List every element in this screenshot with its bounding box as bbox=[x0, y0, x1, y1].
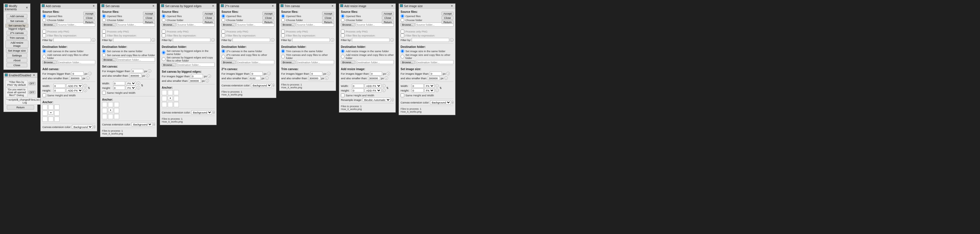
dest-folder-input[interactable] bbox=[356, 60, 394, 64]
dest-folder-input[interactable] bbox=[237, 60, 274, 64]
close-icon[interactable]: × bbox=[92, 4, 96, 8]
width-unit-select[interactable]: PX bbox=[425, 84, 434, 88]
browse-button[interactable]: Browse... bbox=[401, 23, 415, 27]
info-icon[interactable]: i bbox=[446, 72, 450, 75]
info-icon[interactable]: i bbox=[137, 86, 140, 90]
anchor-cell-0[interactable] bbox=[162, 90, 167, 95]
dest-copy-radio[interactable]: 2^n canvas and copy files to other folde… bbox=[221, 53, 274, 59]
dest-folder-input[interactable] bbox=[177, 63, 215, 67]
dest-folder-input[interactable] bbox=[296, 60, 334, 64]
filter-input[interactable] bbox=[53, 38, 91, 42]
anchor-cell-5[interactable] bbox=[114, 108, 119, 113]
info-icon[interactable]: i bbox=[94, 125, 95, 128]
anchor-cell-6[interactable] bbox=[102, 114, 107, 119]
close-button[interactable]: Close bbox=[442, 16, 453, 20]
height-unit-select[interactable]: PX bbox=[126, 86, 136, 90]
dest-browse-button[interactable]: Browse... bbox=[42, 61, 57, 64]
dest-copy-radio[interactable]: Set canvas by biggest edges and copy fil… bbox=[162, 56, 215, 62]
anchor-cell-1[interactable] bbox=[48, 104, 53, 110]
filter-expr-check[interactable]: Filter files by expression: bbox=[341, 34, 394, 37]
anchor-cell-1[interactable] bbox=[168, 90, 173, 95]
dest-same-radio[interactable]: 2^n canvas in the same folder bbox=[221, 49, 274, 53]
smaller-input[interactable] bbox=[428, 76, 440, 80]
close-icon[interactable]: × bbox=[32, 74, 36, 77]
ext-color-select[interactable]: Background bbox=[251, 83, 272, 87]
width-input[interactable] bbox=[412, 84, 424, 88]
bigger-input[interactable] bbox=[370, 72, 382, 75]
dest-same-radio[interactable]: Set image size in the same folder bbox=[401, 49, 453, 53]
filter-expr-check[interactable]: Filter files by expression: bbox=[221, 34, 274, 37]
anchor-cell-3[interactable] bbox=[42, 111, 48, 116]
swap-icon[interactable]: ⇅ bbox=[88, 87, 90, 90]
process-png-check[interactable]: Process only PNG bbox=[281, 30, 334, 34]
bigger-input[interactable] bbox=[72, 72, 84, 75]
dest-folder-input[interactable] bbox=[57, 60, 95, 64]
info-icon[interactable]: i bbox=[137, 82, 140, 85]
anchor-cell-5[interactable] bbox=[54, 111, 59, 116]
dest-copy-radio[interactable]: Set canvas and copy files to other folde… bbox=[102, 53, 155, 57]
dest-same-radio[interactable]: Add resize image in the same folder bbox=[341, 49, 394, 53]
info-icon[interactable]: i bbox=[382, 84, 385, 88]
return-button[interactable]: Return bbox=[442, 20, 453, 24]
filter-input[interactable] bbox=[232, 38, 270, 42]
bigger-input[interactable] bbox=[430, 72, 442, 75]
info-icon[interactable]: i bbox=[84, 89, 87, 92]
same-wh-check[interactable]: Same Height and Width bbox=[42, 93, 95, 97]
process-png-check[interactable]: Process only PNG bbox=[341, 30, 394, 34]
info-icon[interactable]: i bbox=[452, 101, 453, 104]
browse-button[interactable]: Browse... bbox=[221, 23, 236, 27]
dest-copy-radio[interactable]: Add canvas and copy files to other folde… bbox=[42, 53, 95, 59]
dest-copy-radio[interactable]: Add resize image and copy files to other… bbox=[341, 53, 394, 59]
width-unit-select[interactable]: ADD PX bbox=[66, 84, 83, 88]
close-icon[interactable]: × bbox=[25, 6, 29, 10]
filter-expr-check[interactable]: Filter files by expression: bbox=[162, 34, 215, 37]
browse-button[interactable]: Browse... bbox=[162, 23, 176, 27]
info-icon[interactable]: i bbox=[208, 74, 211, 78]
accept-button[interactable]: Accept bbox=[262, 12, 274, 15]
info-icon[interactable]: i bbox=[213, 111, 215, 114]
browse-button[interactable]: Browse... bbox=[341, 23, 355, 27]
info-icon[interactable]: i bbox=[88, 72, 92, 75]
info-icon[interactable]: i bbox=[265, 76, 269, 80]
info-icon[interactable]: i bbox=[387, 72, 390, 75]
anchor-cell-0[interactable] bbox=[42, 104, 48, 110]
accept-button[interactable]: Accept bbox=[143, 12, 155, 15]
info-icon[interactable]: i bbox=[435, 84, 439, 88]
info-icon[interactable]: i bbox=[450, 38, 453, 42]
dest-same-radio[interactable]: Trim canvas in the same folder bbox=[281, 49, 334, 53]
info-icon[interactable]: i bbox=[205, 79, 209, 82]
dest-same-radio[interactable]: Set canvas by biggest edges in the same … bbox=[162, 49, 215, 56]
dest-copy-radio[interactable]: Set image size and copy files to other f… bbox=[401, 53, 453, 59]
same-wh-check[interactable]: Same Height and Width bbox=[401, 93, 453, 97]
swap-icon[interactable]: ⇅ bbox=[387, 87, 389, 90]
process-png-check[interactable]: Process only PNG bbox=[221, 30, 274, 34]
return-button[interactable]: Return bbox=[7, 105, 34, 109]
width-unit-select[interactable]: ADD PX bbox=[365, 84, 381, 88]
return-button[interactable]: Return bbox=[322, 20, 334, 24]
anchor-cell-0[interactable] bbox=[102, 102, 107, 107]
filter-input[interactable] bbox=[113, 38, 151, 42]
return-button[interactable]: Return bbox=[382, 20, 394, 24]
process-png-check[interactable]: Process only PNG bbox=[162, 30, 215, 34]
anchor-cell-7[interactable] bbox=[168, 102, 173, 107]
height-input[interactable] bbox=[412, 88, 424, 92]
smaller-input[interactable] bbox=[129, 74, 141, 77]
anchor-cell-7[interactable] bbox=[108, 114, 113, 119]
ext-color-select[interactable]: Background bbox=[72, 125, 93, 129]
ext-color-select[interactable]: Background bbox=[191, 110, 212, 114]
info-icon[interactable]: i bbox=[151, 38, 155, 42]
anchor-cell-1[interactable] bbox=[108, 102, 113, 107]
dest-folder-input[interactable] bbox=[416, 60, 453, 64]
close-icon[interactable]: × bbox=[390, 4, 395, 8]
bigger-input[interactable] bbox=[191, 74, 203, 78]
filter-input[interactable] bbox=[412, 38, 449, 42]
info-icon[interactable]: i bbox=[327, 72, 330, 75]
info-icon[interactable]: i bbox=[385, 76, 388, 80]
modify-btn-0[interactable]: Add canvas bbox=[6, 14, 27, 18]
browse-button[interactable]: Browse... bbox=[281, 23, 295, 27]
anchor-grid[interactable] bbox=[102, 102, 155, 119]
info-icon[interactable]: i bbox=[146, 74, 149, 77]
anchor-cell-2[interactable] bbox=[54, 104, 59, 110]
same-wh-check[interactable]: Same Height and Width bbox=[341, 93, 394, 97]
same-wh-check[interactable]: Same Height and Width bbox=[102, 91, 155, 95]
